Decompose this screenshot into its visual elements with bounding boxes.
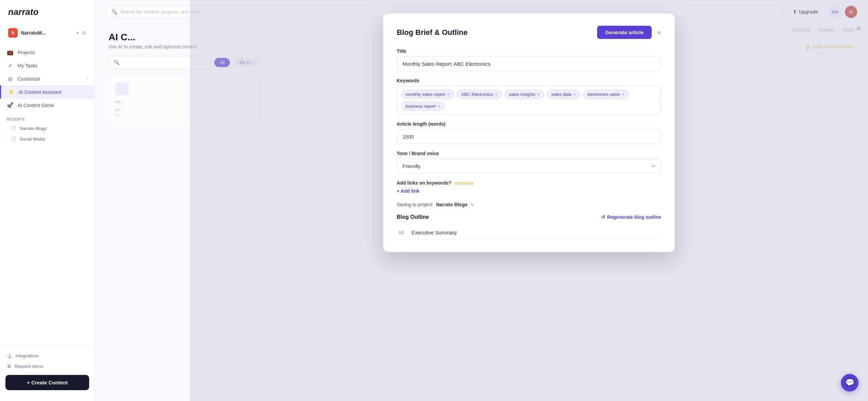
generate-article-button[interactable]: Generate article bbox=[597, 26, 652, 39]
optional-label: (optional) bbox=[455, 181, 473, 186]
saving-label: Saving to project: bbox=[397, 202, 433, 207]
content-search-icon: 🔍 bbox=[114, 60, 119, 65]
integrations-icon: ⚓ bbox=[7, 353, 12, 358]
keyword-remove-button[interactable]: × bbox=[573, 92, 576, 97]
sidebar-item-ai-content-assistant[interactable]: ⚡ AI Content Assistant bbox=[0, 85, 95, 99]
modal-overlay: Blog Brief & Outline Generate article × … bbox=[190, 0, 868, 401]
keyword-tag: sales data × bbox=[547, 90, 580, 99]
sidebar-item-ai-content-genie[interactable]: 🚀 AI Content Genie bbox=[0, 99, 95, 112]
ai-genie-icon: 🚀 bbox=[7, 102, 14, 108]
workspace-switcher[interactable]: N NarratoM... ▾ ⚙ bbox=[3, 25, 92, 40]
search-icon: 🔍 bbox=[112, 9, 117, 15]
app-logo: narrato bbox=[0, 7, 95, 25]
recent-icon: 📄 bbox=[11, 126, 16, 131]
integrations-label: Integrations bbox=[16, 353, 39, 358]
sidebar-nav: 💼 Projects ✓ My Tasks ◎ Customize › ⚡ AI… bbox=[0, 43, 95, 346]
request-demo-label: Request demo bbox=[15, 364, 43, 369]
sidebar-item-label: AI Content Genie bbox=[18, 103, 54, 108]
keyword-tag: monthly sales report × bbox=[401, 90, 454, 99]
tone-label: Tone / Brand voice bbox=[397, 151, 661, 156]
workspace-avatar: N bbox=[8, 28, 18, 38]
tasks-icon: ✓ bbox=[7, 62, 14, 69]
blog-brief-modal: Blog Brief & Outline Generate article × … bbox=[383, 14, 675, 252]
title-input[interactable] bbox=[397, 57, 661, 71]
outline-section-header: Blog Outline ↺ Regenerate blog outline bbox=[397, 214, 661, 220]
workspace-name: NarratoM... bbox=[21, 30, 73, 36]
sidebar-bottom: ⚓ Integrations 🖥 Request demo + Create C… bbox=[0, 346, 95, 394]
recents-label: Recents bbox=[0, 112, 95, 123]
keyword-text: business report bbox=[406, 104, 436, 109]
article-length-label: Article length (words) bbox=[397, 121, 661, 127]
sidebar-item-label: Projects bbox=[18, 50, 35, 55]
recent-social-media[interactable]: 📄 Social Media bbox=[0, 134, 95, 144]
keyword-remove-button[interactable]: × bbox=[447, 92, 450, 97]
outline-title: Blog Outline bbox=[397, 214, 429, 220]
modal-close-button[interactable]: × bbox=[657, 29, 661, 36]
keyword-text: electronics sales bbox=[587, 92, 620, 97]
regenerate-outline-button[interactable]: ↺ Regenerate blog outline bbox=[601, 214, 661, 220]
edit-project-button[interactable]: ✎ bbox=[470, 202, 474, 207]
integrations-link[interactable]: ⚓ Integrations bbox=[5, 351, 89, 361]
keyword-tag: sales insights × bbox=[505, 90, 544, 99]
main-content: 🔍 Search for content, projects, and more… bbox=[95, 0, 868, 401]
sidebar-item-customize[interactable]: ◎ Customize › bbox=[0, 72, 95, 85]
keyword-remove-button[interactable]: × bbox=[622, 92, 624, 97]
sidebar-item-label: Customize bbox=[18, 76, 40, 82]
ai-assistant-icon: ⚡ bbox=[8, 89, 15, 95]
saving-to-project-row: Saving to project: Narrato Blogs ✎ bbox=[397, 202, 661, 207]
modal-header-actions: Generate article × bbox=[597, 26, 661, 39]
sidebar-item-label: AI Content Assistant bbox=[19, 89, 61, 95]
regenerate-icon: ↺ bbox=[601, 214, 605, 220]
create-content-button[interactable]: + Create Content bbox=[5, 375, 89, 390]
request-demo-icon: 🖥 bbox=[7, 364, 11, 369]
add-link-button[interactable]: + Add link bbox=[397, 188, 419, 194]
regenerate-label: Regenerate blog outline bbox=[607, 214, 661, 220]
outline-item: h2 Executive Summary bbox=[397, 226, 661, 240]
workspace-chevron: ▾ bbox=[77, 30, 79, 35]
modal-title: Blog Brief & Outline bbox=[397, 28, 468, 37]
keyword-text: sales data bbox=[551, 92, 571, 97]
article-length-input[interactable] bbox=[397, 129, 661, 144]
chat-widget-button[interactable]: 💬 bbox=[841, 374, 859, 392]
sidebar: narrato N NarratoM... ▾ ⚙ 💼 Projects ✓ M… bbox=[0, 0, 95, 401]
keyword-tag: business report × bbox=[401, 102, 445, 111]
chat-icon: 💬 bbox=[845, 378, 854, 387]
request-demo-link[interactable]: 🖥 Request demo bbox=[5, 361, 89, 372]
project-name: Narrato Blogs bbox=[436, 202, 468, 207]
keyword-text: monthly sales report bbox=[406, 92, 445, 97]
tone-select[interactable]: Friendly Professional Casual Formal Info… bbox=[397, 159, 661, 173]
keyword-tag: ABC Electronics × bbox=[457, 90, 502, 99]
recent-icon: 📄 bbox=[11, 136, 16, 142]
recent-narrato-blogs[interactable]: 📄 Narrato Blogs bbox=[0, 123, 95, 134]
keyword-remove-button[interactable]: × bbox=[495, 92, 497, 97]
sidebar-item-my-tasks[interactable]: ✓ My Tasks bbox=[0, 59, 95, 72]
title-field-label: Title bbox=[397, 48, 661, 54]
sidebar-item-label: My Tasks bbox=[18, 63, 37, 68]
projects-icon: 💼 bbox=[7, 49, 14, 56]
recent-item-label: Social Media bbox=[20, 136, 45, 142]
outline-level: h2 bbox=[397, 230, 406, 235]
keyword-text: ABC Electronics bbox=[461, 92, 493, 97]
customize-chevron: › bbox=[86, 77, 88, 81]
keywords-field-label: Keywords bbox=[397, 78, 661, 83]
keyword-remove-button[interactable]: × bbox=[438, 104, 440, 108]
add-links-label: Add links on keywords? (optional) bbox=[397, 180, 661, 186]
customize-icon: ◎ bbox=[7, 76, 14, 82]
keyword-tag: electronics sales × bbox=[583, 90, 629, 99]
sidebar-item-projects[interactable]: 💼 Projects bbox=[0, 46, 95, 59]
outline-text: Executive Summary bbox=[412, 230, 457, 235]
recent-item-label: Narrato Blogs bbox=[20, 126, 46, 131]
keyword-remove-button[interactable]: × bbox=[537, 92, 540, 97]
modal-header: Blog Brief & Outline Generate article × bbox=[397, 26, 661, 39]
workspace-settings-icon[interactable]: ⚙ bbox=[82, 30, 86, 36]
keywords-container: monthly sales report × ABC Electronics ×… bbox=[397, 86, 661, 114]
keyword-text: sales insights bbox=[509, 92, 535, 97]
